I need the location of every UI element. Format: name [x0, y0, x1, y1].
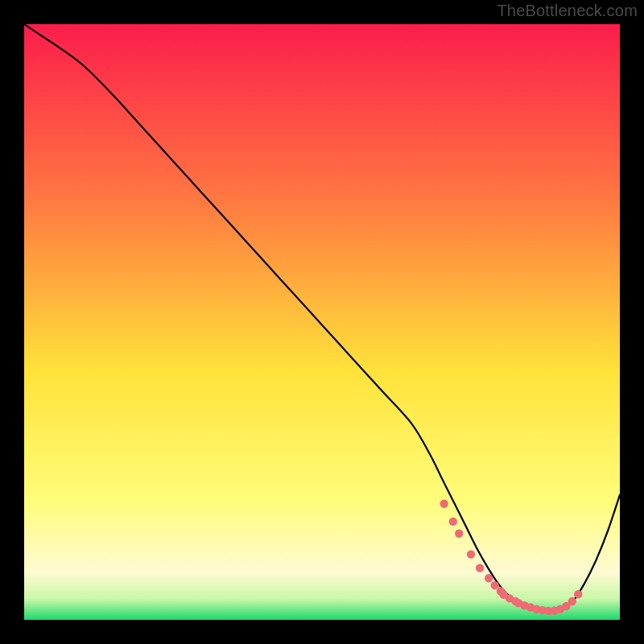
curve-marker [449, 518, 457, 526]
curve-marker [467, 550, 475, 558]
chart-frame: TheBottleneck.com [0, 0, 644, 644]
watermark-text: TheBottleneck.com [497, 2, 638, 20]
curve-marker [455, 530, 463, 538]
curve-marker [476, 564, 484, 572]
curve-marker [568, 597, 576, 605]
plot-area [24, 24, 620, 620]
gradient-background [24, 24, 620, 620]
curve-marker [574, 590, 582, 598]
curve-marker [485, 574, 493, 582]
bottleneck-chart [24, 24, 620, 620]
curve-marker [440, 500, 448, 508]
curve-marker [490, 581, 498, 589]
